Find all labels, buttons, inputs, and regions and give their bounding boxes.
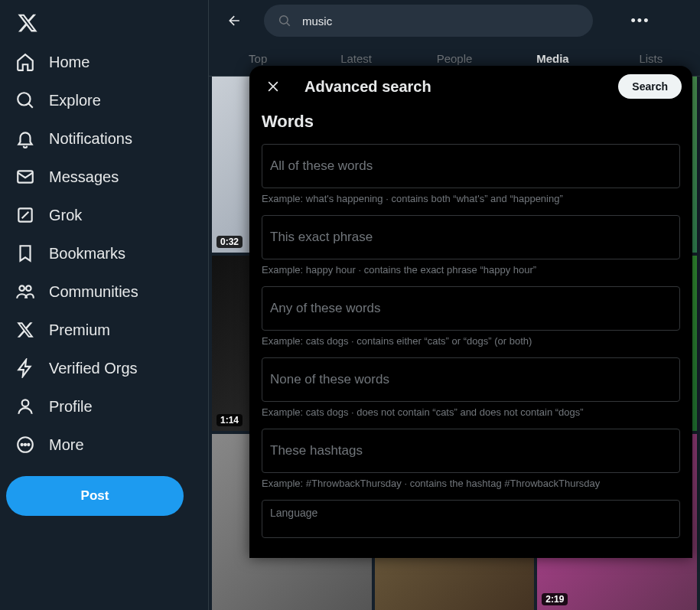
svg-point-6 <box>22 400 29 406</box>
nav-label: Home <box>49 54 90 71</box>
nav-explore[interactable]: Explore <box>6 83 202 118</box>
search-icon <box>15 90 35 110</box>
lightning-icon <box>15 358 35 378</box>
mail-icon <box>15 167 35 187</box>
post-button[interactable]: Post <box>6 476 184 516</box>
hint-text: Example: what's happening · contains bot… <box>262 193 680 204</box>
svg-point-4 <box>19 285 24 291</box>
top-bar: ••• <box>209 0 700 41</box>
nav-profile[interactable]: Profile <box>6 389 202 424</box>
nav-label: Messages <box>49 168 119 186</box>
section-heading-words: Words <box>262 112 680 132</box>
exact-phrase-input[interactable] <box>262 215 680 259</box>
x-icon <box>15 320 35 340</box>
language-select[interactable]: Language <box>262 500 680 538</box>
svg-point-5 <box>26 285 31 291</box>
bell-icon <box>15 129 35 148</box>
bookmark-icon <box>15 243 35 263</box>
nav-label: Grok <box>49 207 82 224</box>
nav-notifications[interactable]: Notifications <box>6 121 202 156</box>
svg-point-11 <box>280 16 288 24</box>
nav-messages[interactable]: Messages <box>6 159 202 194</box>
hashtags-input[interactable] <box>262 429 680 473</box>
svg-point-8 <box>21 444 23 445</box>
hint-text: Example: #ThrowbackThursday · contains t… <box>262 478 680 489</box>
hint-text: Example: cats dogs · does not contain “c… <box>262 406 680 418</box>
modal-header: Advanced search Search <box>249 66 692 107</box>
search-icon <box>278 14 291 28</box>
svg-line-1 <box>28 103 32 107</box>
home-icon <box>15 52 35 72</box>
language-label: Language <box>270 507 317 519</box>
x-logo[interactable] <box>9 5 46 41</box>
nav-label: Communities <box>49 283 138 301</box>
nav-label: More <box>49 436 84 454</box>
profile-icon <box>15 396 35 416</box>
grok-icon <box>15 205 35 225</box>
modal-title: Advanced search <box>304 78 431 96</box>
all-words-input[interactable] <box>262 144 680 188</box>
nav-label: Verified Orgs <box>49 360 138 377</box>
field-none-words: Example: cats dogs · does not contain “c… <box>262 357 680 418</box>
none-words-input[interactable] <box>262 357 680 402</box>
duration-badge: 1:14 <box>217 414 243 426</box>
nav-more[interactable]: More <box>6 427 202 462</box>
nav-label: Bookmarks <box>49 245 125 263</box>
search-box[interactable] <box>264 5 593 37</box>
more-icon <box>15 435 35 455</box>
hint-text: Example: cats dogs · contains either “ca… <box>262 335 680 347</box>
duration-badge: 2:19 <box>542 593 568 605</box>
search-input[interactable] <box>302 15 579 28</box>
nav-bookmarks[interactable]: Bookmarks <box>6 236 202 271</box>
svg-point-0 <box>18 93 30 105</box>
field-all-words: Example: what's happening · contains bot… <box>262 144 680 204</box>
back-button[interactable] <box>221 7 249 34</box>
field-hashtags: Example: #ThrowbackThursday · contains t… <box>262 429 680 489</box>
nav-label: Premium <box>49 321 110 339</box>
any-words-input[interactable] <box>262 286 680 331</box>
nav-home[interactable]: Home <box>6 44 202 80</box>
advanced-search-modal: Advanced search Search Words Example: wh… <box>249 66 692 558</box>
communities-icon <box>15 282 35 302</box>
left-nav: Home Explore Notifications Messages Grok… <box>0 0 208 610</box>
nav-communities[interactable]: Communities <box>6 274 202 309</box>
nav-label: Notifications <box>49 130 132 148</box>
modal-body: Words Example: what's happening · contai… <box>249 107 692 558</box>
nav-label: Explore <box>49 92 101 109</box>
nav-label: Profile <box>49 398 93 416</box>
hint-text: Example: happy hour · contains the exact… <box>262 264 680 276</box>
svg-point-10 <box>28 444 29 445</box>
svg-point-9 <box>24 444 26 445</box>
nav-premium[interactable]: Premium <box>6 312 202 347</box>
nav-grok[interactable]: Grok <box>6 197 202 233</box>
more-button[interactable]: ••• <box>627 7 654 34</box>
svg-line-12 <box>287 23 290 26</box>
duration-badge: 0:32 <box>217 236 243 248</box>
nav-verified-orgs[interactable]: Verified Orgs <box>6 351 202 386</box>
search-button[interactable]: Search <box>618 74 682 99</box>
field-any-words: Example: cats dogs · contains either “ca… <box>262 286 680 347</box>
field-exact-phrase: Example: happy hour · contains the exact… <box>262 215 680 276</box>
close-button[interactable] <box>260 73 286 99</box>
